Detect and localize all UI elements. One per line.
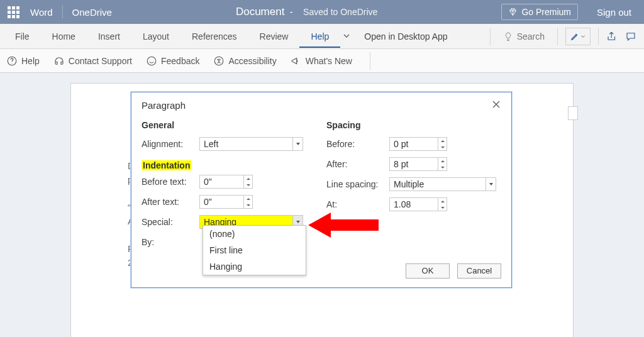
spinner-buttons[interactable] — [438, 138, 447, 150]
indentation-heading: Indentation — [142, 160, 318, 170]
spinner-buttons[interactable] — [438, 198, 447, 211]
editing-mode-button[interactable] — [565, 28, 591, 45]
alignment-value: Left — [204, 139, 218, 149]
share-button[interactable] — [602, 24, 621, 49]
storage-location[interactable]: OneDrive — [72, 7, 112, 18]
go-premium-label: Go Premium — [521, 7, 571, 17]
space-before-row: Before: 0 pt — [326, 136, 501, 152]
tab-review[interactable]: Review — [248, 25, 300, 48]
special-indent-dropdown: (none) First line Hanging — [203, 225, 306, 275]
space-before-spinner[interactable]: 0 pt — [389, 137, 447, 151]
chevron-down-icon — [343, 32, 350, 40]
dialog-buttons: OK Cancel — [406, 263, 501, 279]
megaphone-icon — [291, 55, 302, 67]
alignment-label: Alignment: — [142, 139, 199, 149]
chevron-down-icon — [580, 34, 586, 39]
cancel-button[interactable]: Cancel — [457, 263, 501, 279]
space-after-label: After: — [326, 159, 389, 169]
spacing-heading: Spacing — [326, 120, 501, 130]
go-premium-button[interactable]: Go Premium — [501, 4, 578, 20]
save-status: Saved to OneDrive — [303, 7, 377, 17]
accessibility-button[interactable]: Accessibility — [213, 55, 276, 67]
title-bar: Word OneDrive Document - Saved to OneDri… — [0, 0, 644, 24]
option-none[interactable]: (none) — [203, 226, 306, 242]
sign-out-link[interactable]: Sign out — [597, 7, 631, 18]
space-before-label: Before: — [326, 139, 389, 149]
space-after-spinner[interactable]: 8 pt — [389, 157, 447, 171]
separator — [490, 28, 491, 45]
help-subribbon: Help Contact Support Feedback Accessibil… — [0, 49, 644, 73]
at-label: At: — [326, 199, 389, 209]
line-spacing-select[interactable]: Multiple — [389, 177, 496, 191]
indent-after-value: 0" — [204, 197, 212, 207]
help-button[interactable]: Help — [6, 55, 40, 67]
tab-help[interactable]: Help — [299, 25, 340, 48]
at-row: At: 1.08 — [326, 197, 501, 212]
space-after-value: 8 pt — [394, 159, 408, 169]
right-column: Spacing Before: 0 pt After: 8 pt Line sp… — [326, 118, 501, 255]
chevron-down-icon — [292, 138, 303, 150]
alignment-select[interactable]: Left — [199, 137, 303, 151]
dialog-titlebar: Paragraph — [131, 92, 511, 118]
tab-layout[interactable]: Layout — [131, 25, 180, 48]
waffle-icon[interactable] — [5, 4, 24, 21]
spinner-buttons[interactable] — [438, 158, 447, 170]
share-icon — [606, 31, 618, 42]
tab-references[interactable]: References — [180, 25, 248, 48]
space-before-value: 0 pt — [394, 139, 408, 149]
question-icon — [6, 55, 18, 67]
tab-home[interactable]: Home — [41, 25, 87, 48]
option-hanging[interactable]: Hanging — [203, 258, 306, 275]
feedback-button[interactable]: Feedback — [146, 55, 199, 67]
indent-before-spinner[interactable]: 0" — [199, 175, 253, 189]
diamond-icon — [508, 8, 518, 17]
at-value: 1.08 — [394, 199, 411, 209]
close-icon — [491, 99, 501, 109]
comments-button[interactable] — [621, 24, 640, 49]
separator — [62, 6, 63, 18]
indent-before-value: 0" — [204, 177, 212, 187]
line-spacing-row: Line spacing: Multiple — [326, 177, 501, 192]
separator — [598, 28, 599, 45]
alignment-row: Alignment: Left — [142, 136, 318, 152]
indent-after-label: After text: — [142, 197, 199, 207]
pencil-icon — [570, 32, 579, 41]
indent-after-spinner[interactable]: 0" — [199, 195, 253, 209]
special-label: Special: — [142, 217, 199, 227]
ok-button[interactable]: OK — [406, 263, 450, 279]
dialog-body: General Alignment: Left Indentation Befo… — [131, 118, 511, 261]
tab-file[interactable]: File — [4, 25, 41, 48]
document-name[interactable]: Document — [236, 6, 284, 18]
whats-new-button[interactable]: What's New — [291, 55, 352, 67]
option-first-line[interactable]: First line — [203, 242, 306, 258]
tab-insert[interactable]: Insert — [87, 25, 131, 48]
ribbon-right-cluster: Search — [486, 24, 640, 48]
by-label: By: — [142, 237, 199, 247]
document-title-area: Document - Saved to OneDrive — [112, 6, 501, 18]
space-after-row: After: 8 pt — [326, 157, 501, 172]
accessibility-icon — [213, 55, 225, 67]
app-name[interactable]: Word — [30, 7, 53, 18]
spinner-buttons[interactable] — [243, 196, 252, 208]
open-in-desktop-link[interactable]: Open in Desktop App — [353, 31, 458, 41]
separator — [557, 28, 558, 45]
more-tabs-chevron[interactable] — [340, 31, 353, 41]
left-column: General Alignment: Left Indentation Befo… — [142, 118, 318, 255]
spinner-buttons[interactable] — [243, 175, 252, 188]
dash: - — [287, 6, 299, 17]
whats-new-label: What's New — [306, 56, 352, 66]
lightbulb-icon — [503, 31, 513, 41]
tell-me-search[interactable]: Search — [494, 31, 553, 41]
separator — [370, 52, 370, 70]
general-heading: General — [142, 120, 318, 130]
comment-icon — [625, 31, 636, 42]
accessibility-label: Accessibility — [228, 56, 276, 66]
ruler-handle[interactable] — [568, 106, 578, 120]
close-button[interactable] — [491, 99, 501, 111]
at-spinner[interactable]: 1.08 — [389, 197, 447, 211]
chevron-down-icon — [486, 178, 496, 191]
ribbon-tabs: File Home Insert Layout References Revie… — [0, 24, 644, 49]
contact-support-button[interactable]: Contact Support — [53, 55, 132, 67]
dialog-title: Paragraph — [142, 100, 186, 111]
smiley-icon — [146, 55, 157, 67]
